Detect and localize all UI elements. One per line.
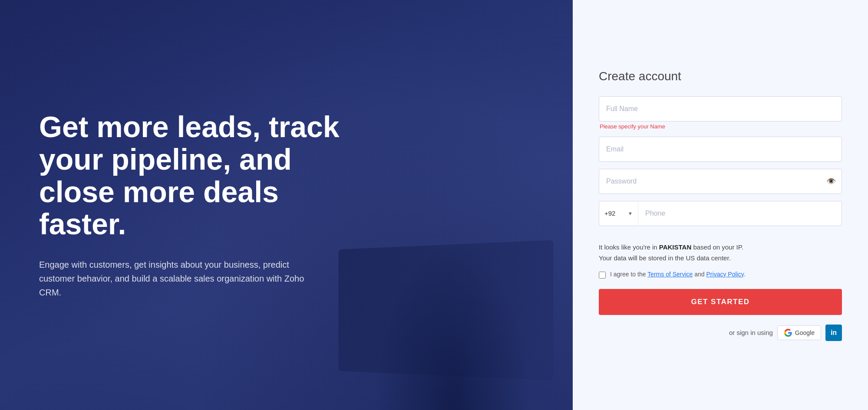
eye-icon[interactable]: 👁️ xyxy=(826,177,836,186)
privacy-policy-link[interactable]: Privacy Policy xyxy=(706,271,744,278)
email-group xyxy=(599,137,842,162)
location-line1: It looks like you're in PAKISTAN based o… xyxy=(599,242,842,253)
signin-row: or sign in using Google in xyxy=(599,325,842,341)
terms-of-service-link[interactable]: Terms of Service xyxy=(647,271,693,278)
phone-input[interactable] xyxy=(638,201,842,226)
password-input[interactable] xyxy=(599,169,842,194)
email-input[interactable] xyxy=(599,137,842,162)
password-group: 👁️ xyxy=(599,169,842,194)
google-icon xyxy=(784,328,792,337)
google-signin-button[interactable]: Google xyxy=(777,325,821,340)
location-line2: Your data will be stored in the US data … xyxy=(599,253,842,264)
full-name-input[interactable] xyxy=(599,96,842,121)
right-panel: Create account Please specify your Name … xyxy=(573,0,868,410)
left-content: Get more leads, track your pipeline, and… xyxy=(39,111,534,299)
phone-code-value: +92 xyxy=(604,210,615,217)
phone-row: +92 ▼ xyxy=(599,201,842,226)
linkedin-signin-button[interactable]: in xyxy=(825,325,842,341)
headline: Get more leads, track your pipeline, and… xyxy=(39,111,343,240)
full-name-error: Please specify your Name xyxy=(599,123,842,130)
terms-row: I agree to the Terms of Service and Priv… xyxy=(599,271,842,279)
phone-group: +92 ▼ xyxy=(599,201,842,226)
get-started-button[interactable]: GET STARTED xyxy=(599,289,842,315)
phone-code-selector[interactable]: +92 ▼ xyxy=(599,201,638,226)
full-name-group: Please specify your Name xyxy=(599,96,842,130)
linkedin-icon: in xyxy=(831,329,837,337)
google-label: Google xyxy=(795,329,815,336)
terms-checkbox[interactable] xyxy=(599,272,606,279)
chevron-down-icon: ▼ xyxy=(628,211,633,216)
left-panel: Get more leads, track your pipeline, and… xyxy=(0,0,573,410)
signin-label: or sign in using xyxy=(729,329,773,336)
location-country: PAKISTAN xyxy=(659,243,691,251)
form-title: Create account xyxy=(599,69,842,83)
location-info: It looks like you're in PAKISTAN based o… xyxy=(599,242,842,264)
terms-text: I agree to the Terms of Service and Priv… xyxy=(610,271,746,278)
subtext: Engage with customers, get insights abou… xyxy=(39,258,308,299)
